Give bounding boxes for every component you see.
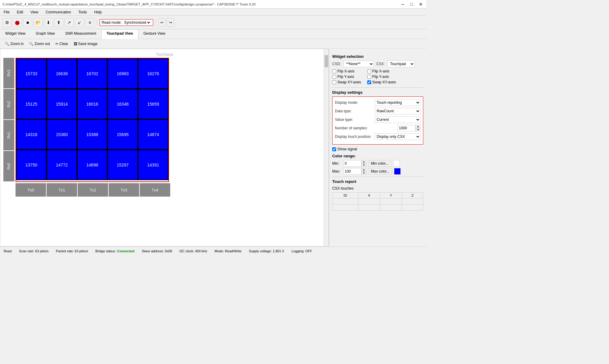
spinner-up-button[interactable]: ▲ [416, 125, 421, 128]
max-color-swatch[interactable] [394, 168, 401, 175]
menu-edit[interactable]: Edit [16, 9, 24, 15]
csx-swap-xy-checkbox[interactable] [367, 80, 371, 84]
zoom-in-label: Zoom in [10, 42, 23, 46]
min-color-swatch[interactable] [393, 160, 400, 167]
list-button[interactable]: ≡ [85, 18, 94, 27]
tab-graph-view[interactable]: Graph View [30, 29, 60, 39]
csx-flip-y-checkbox[interactable] [367, 75, 371, 79]
num-samples-input[interactable] [397, 125, 416, 131]
grid-cell-2-0: 14318 [16, 119, 47, 150]
upload-button[interactable]: ⬆ [54, 18, 63, 27]
csd-select[interactable]: **None** [343, 61, 374, 67]
sub-toolbar: 🔍 Zoom in 🔍 Zoom out ✏ Clear 🖼 Save imag… [0, 39, 426, 49]
menu-help[interactable]: Help [93, 9, 103, 15]
num-samples-spinner: ▲ ▼ [397, 125, 421, 131]
table-header-y: Y [380, 193, 402, 198]
color-range-title: Color range: [332, 154, 423, 158]
min-spinner-up[interactable]: ▲ [361, 160, 366, 163]
canvas-area: Touchpad Rx3 Rx2 Rx1 Rx0 15733 16638 167… [0, 49, 329, 247]
grid-cell-1-0: 15125 [16, 89, 47, 119]
scroll-thumb[interactable] [325, 55, 328, 67]
grid-cell-0-4: 16276 [138, 58, 168, 89]
csd-swap-xy-checkbox[interactable] [332, 80, 336, 84]
minimize-button[interactable]: ─ [400, 2, 406, 7]
tab-bar: Widget View Graph View SNR Measurement T… [0, 29, 426, 39]
min-label: Min: [332, 161, 341, 166]
touch-report-title: Touch report [332, 179, 423, 184]
min-input[interactable] [343, 160, 361, 167]
csx-select[interactable]: Touchpad [387, 61, 415, 67]
display-mode-select[interactable]: Touch reporting Signal Raw count [375, 99, 421, 106]
grid-cell-3-2: 14898 [77, 150, 107, 180]
menu-file[interactable]: File [2, 9, 11, 15]
csx-swap-xy-row: Swap XY-axes [367, 80, 396, 84]
close-button[interactable]: ✕ [418, 2, 424, 7]
grid-cell-0-3: 16983 [107, 58, 138, 89]
canvas-scrollbar[interactable] [324, 49, 329, 246]
display-touch-select[interactable]: Display only CSX Display only CSD Displa… [375, 133, 421, 140]
grid-cell-0-2: 16702 [77, 58, 107, 89]
csx-flip-x-label: Flip X-axis [372, 69, 389, 73]
main-toolbar: ⚙ ⬤ ■ 📂 ⬇ ⬆ ↗ ↙ ≡ Read mode: Synchronize… [0, 16, 426, 29]
table-header-row: ID X Y Z [333, 193, 423, 198]
undo-button[interactable]: ↩ [158, 18, 166, 27]
grid-cell-1-4: 15659 [138, 89, 168, 119]
read-mode-select[interactable]: Synchronized On demand Continuous [123, 20, 151, 25]
csx-flip-y-row: Flip Y-axis [367, 75, 396, 79]
redo-button[interactable]: ↪ [167, 18, 174, 27]
grid-cell-2-2: 15388 [77, 119, 107, 150]
zoom-out-button[interactable]: 🔍 Zoom out [26, 41, 52, 47]
tab-widget-view[interactable]: Widget View [0, 29, 30, 39]
status-logging: Logging: OFF [291, 249, 312, 253]
csd-flip-y-checkbox[interactable] [332, 75, 336, 79]
min-spinner-down[interactable]: ▼ [361, 163, 366, 167]
table-cell-id [333, 205, 358, 211]
show-signal-checkbox[interactable] [332, 147, 336, 151]
tab-gesture-view[interactable]: Gesture View [138, 29, 171, 39]
maximize-button[interactable]: □ [409, 2, 414, 7]
csd-flip-x-label: Flip X-axis [337, 69, 354, 73]
export-button[interactable]: ↗ [65, 18, 74, 27]
clear-button[interactable]: ✏ Clear [53, 41, 71, 47]
max-spinner-up[interactable]: ▲ [361, 168, 366, 171]
status-packet-rate: Packet rate: 63 pkts/s [56, 249, 88, 253]
csd-flip-y-row: Flip Y-axis [332, 75, 361, 79]
value-type-row: Value type: Current Max Min [335, 116, 421, 123]
csd-flip-x-checkbox[interactable] [332, 69, 336, 73]
grid-cell-3-1: 14772 [47, 150, 77, 180]
download-button[interactable]: ⬇ [44, 18, 53, 27]
csd-row: CSD: **None** CSX: Touchpad [332, 61, 423, 67]
stop-button[interactable]: ⬤ [13, 18, 22, 27]
max-input[interactable] [343, 168, 361, 175]
zoom-out-label: Zoom out [34, 42, 50, 46]
zoom-in-button[interactable]: 🔍 Zoom in [2, 41, 26, 47]
panel-divider-2 [332, 177, 423, 177]
csx-label: CSX: [376, 62, 385, 66]
spinner-down-button[interactable]: ▼ [416, 128, 421, 131]
menu-view[interactable]: View [29, 9, 40, 15]
show-signal-row: Show signal [332, 147, 423, 151]
save-image-button[interactable]: 🖼 Save image [71, 41, 100, 47]
grid-row-2: 14318 15360 15388 15695 14874 [16, 119, 168, 150]
main-content: Touchpad Rx3 Rx2 Rx1 Rx0 15733 16638 167… [0, 49, 426, 247]
show-signal-label: Show signal [337, 147, 357, 151]
tab-touchpad-view[interactable]: Touchpad View [101, 29, 138, 39]
grid-cell-3-3: 15297 [107, 150, 138, 180]
menu-bar: File Edit View Communication Tools Help [0, 9, 426, 16]
canvas-inner: Touchpad Rx3 Rx2 Rx1 Rx0 15733 16638 167… [0, 49, 329, 200]
pause-button[interactable]: ■ [23, 18, 32, 27]
settings-button[interactable]: ⚙ [2, 18, 12, 27]
tab-snr-measurement[interactable]: SNR Measurement [60, 29, 101, 39]
value-type-select[interactable]: Current Max Min [375, 116, 421, 123]
import-button[interactable]: ↙ [75, 18, 84, 27]
min-color-button[interactable]: Min color... [368, 160, 391, 167]
data-type-select[interactable]: RawCount DiffCount Baseline [375, 108, 421, 114]
menu-tools[interactable]: Tools [77, 9, 88, 15]
max-color-button[interactable]: Max color... [368, 168, 392, 175]
open-button[interactable]: 📂 [33, 18, 43, 27]
table-cell-z [402, 198, 423, 205]
menu-communication[interactable]: Communication [44, 9, 72, 15]
max-spinner-down[interactable]: ▼ [361, 171, 366, 175]
display-touch-label: Display touch position: [335, 135, 375, 139]
csx-flip-x-checkbox[interactable] [367, 69, 371, 73]
